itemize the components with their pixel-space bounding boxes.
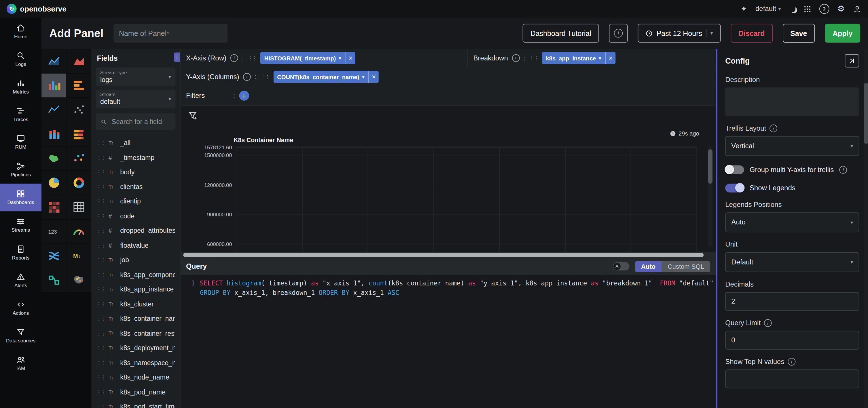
sidebar-item-logs[interactable]: Logs bbox=[0, 45, 41, 73]
field-item[interactable]: ⋮⋮Trclientas bbox=[91, 179, 180, 194]
chart-type-donut[interactable] bbox=[66, 171, 91, 195]
field-item[interactable]: ⋮⋮#code bbox=[91, 209, 180, 224]
save-button[interactable]: Save bbox=[782, 24, 815, 42]
settings-gear-icon[interactable]: ⚙ bbox=[837, 4, 845, 14]
field-item[interactable]: ⋮⋮Trk8s_deployment_na bbox=[91, 341, 180, 355]
panel-info-button[interactable]: i bbox=[609, 24, 627, 42]
field-item[interactable]: ⋮⋮Trk8s_container_nam bbox=[91, 311, 180, 326]
description-textarea[interactable] bbox=[725, 88, 859, 116]
chart-type-metric[interactable]: 123 bbox=[41, 219, 66, 243]
chart-type-area[interactable] bbox=[66, 49, 91, 73]
plot-area[interactable]: 1578121.601500000.001200000.00900000.006… bbox=[236, 146, 697, 251]
chart-type-multi-scatter[interactable] bbox=[66, 146, 91, 170]
trellis-layout-select[interactable]: Vertical ▾ bbox=[725, 136, 859, 156]
legends-positions-select[interactable]: Auto ▾ bbox=[725, 212, 859, 232]
field-search-input[interactable] bbox=[111, 117, 170, 126]
tab-auto[interactable]: Auto bbox=[635, 261, 662, 272]
chart-type-sankey[interactable] bbox=[41, 244, 66, 268]
chart-type-geo-map[interactable] bbox=[41, 146, 66, 170]
scrollbar-thumb[interactable] bbox=[183, 252, 704, 257]
chart-type-bar[interactable] bbox=[41, 74, 66, 98]
field-item[interactable]: ⋮⋮Trk8s_pod_start_time bbox=[91, 399, 180, 408]
decimals-input[interactable] bbox=[725, 292, 859, 311]
chart-type-h-stacked-bar[interactable] bbox=[66, 122, 91, 146]
help-icon[interactable]: ? bbox=[819, 4, 829, 14]
chart-type-line[interactable] bbox=[41, 98, 66, 122]
dashboard-tutorial-button[interactable]: Dashboard Tutorial bbox=[523, 24, 599, 42]
sql-editor[interactable]: 1SELECT histogram(_timestamp) as "x_axis… bbox=[181, 274, 716, 408]
apps-grid-icon[interactable] bbox=[804, 5, 811, 12]
config-scrollbar[interactable] bbox=[864, 48, 868, 408]
panel-name-input[interactable] bbox=[114, 24, 227, 42]
org-selector[interactable]: default ▾ bbox=[755, 5, 781, 13]
field-item[interactable]: ⋮⋮Trbody bbox=[91, 165, 180, 179]
sidebar-item-home[interactable]: Home bbox=[0, 18, 41, 45]
sidebar-item-actions[interactable]: Actions bbox=[0, 294, 41, 322]
breakdown-chip-remove[interactable]: × bbox=[605, 52, 616, 64]
theme-moon-icon[interactable] bbox=[789, 6, 795, 12]
field-item[interactable]: ⋮⋮#_timestamp bbox=[91, 150, 180, 165]
discard-button[interactable]: Discard bbox=[731, 24, 773, 42]
sidebar-item-alerts[interactable]: Alerts bbox=[0, 267, 41, 294]
group-multi-yaxis-toggle[interactable] bbox=[725, 165, 744, 174]
add-filter-button[interactable]: + bbox=[239, 91, 249, 101]
chart-type-flow[interactable] bbox=[41, 268, 66, 292]
y-axis-field-chip[interactable]: COUNT(k8s_container_name) ▾ bbox=[273, 70, 368, 82]
apply-button[interactable]: Apply bbox=[825, 24, 860, 42]
drag-handle-icon[interactable]: ⋮⋮ bbox=[248, 55, 257, 60]
field-item[interactable]: ⋮⋮Trjob bbox=[91, 252, 180, 267]
sidebar-item-data-sources[interactable]: Data sources bbox=[0, 322, 41, 349]
chart-horizontal-scrollbar[interactable] bbox=[181, 251, 716, 258]
query-limit-input[interactable] bbox=[725, 331, 859, 349]
field-item[interactable]: ⋮⋮Trk8s_container_resta bbox=[91, 326, 180, 341]
chart-type-h-bar[interactable] bbox=[66, 74, 91, 98]
chart-type-scatter[interactable] bbox=[66, 98, 91, 122]
field-item[interactable]: ⋮⋮Trclientip bbox=[91, 194, 180, 209]
chart-vertical-scrollbar[interactable] bbox=[708, 146, 712, 247]
time-range-button[interactable]: Past 12 Hours ▾ bbox=[638, 24, 720, 42]
sidebar-item-iam[interactable]: IAM bbox=[0, 349, 41, 377]
drag-handle-icon[interactable]: ⋮⋮ bbox=[260, 74, 270, 79]
function-toggle[interactable]: A bbox=[613, 262, 629, 270]
unit-select[interactable]: Default ▾ bbox=[725, 252, 859, 272]
sidebar-item-traces[interactable]: Traces bbox=[0, 101, 41, 128]
y-axis-chip-remove[interactable]: × bbox=[368, 70, 379, 82]
chart-type-pie[interactable] bbox=[41, 171, 66, 195]
sidebar-item-dashboards[interactable]: Dashboards bbox=[0, 183, 41, 211]
chart-type-heatmap[interactable] bbox=[41, 195, 66, 219]
field-item[interactable]: ⋮⋮#floatvalue bbox=[91, 238, 180, 253]
field-item[interactable]: ⋮⋮Trk8s_pod_name bbox=[91, 385, 180, 399]
field-item[interactable]: ⋮⋮Tr_all bbox=[91, 136, 180, 150]
breakdown-field-chip[interactable]: k8s_app_instance ▾ bbox=[542, 52, 605, 64]
scrollbar-thumb[interactable] bbox=[864, 83, 868, 144]
user-avatar-icon[interactable] bbox=[853, 5, 861, 13]
tab-custom-sql[interactable]: Custom SQL bbox=[661, 261, 710, 272]
chart-type-stacked-bar[interactable] bbox=[41, 122, 66, 146]
collapse-config-icon[interactable] bbox=[845, 54, 859, 67]
x-axis-chip-remove[interactable]: × bbox=[345, 52, 356, 64]
fields-drag-handle[interactable]: ⋮⋮ bbox=[174, 53, 181, 62]
sidebar-item-metrics[interactable]: Metrics bbox=[0, 73, 41, 101]
chart-type-geo-points[interactable] bbox=[66, 268, 91, 292]
chart-type-table[interactable] bbox=[66, 195, 91, 219]
ai-sparkle-icon[interactable]: ✦ bbox=[741, 4, 747, 13]
chart-type-area-line[interactable] bbox=[41, 49, 66, 73]
sidebar-item-reports[interactable]: Reports bbox=[0, 239, 41, 266]
field-item[interactable]: ⋮⋮Trk8s_node_name bbox=[91, 370, 180, 385]
top-n-input[interactable] bbox=[725, 369, 859, 388]
field-item[interactable]: ⋮⋮Trk8s_cluster bbox=[91, 297, 180, 311]
stream-select[interactable]: Stream default ▾ bbox=[96, 90, 176, 108]
field-item[interactable]: ⋮⋮#dropped_attributes_ bbox=[91, 224, 180, 238]
show-legends-toggle[interactable] bbox=[725, 183, 744, 193]
field-item[interactable]: ⋮⋮Trk8s_app_instance bbox=[91, 282, 180, 297]
brand[interactable]: ↻ openobserve bbox=[7, 4, 66, 14]
sidebar-item-streams[interactable]: Streams bbox=[0, 211, 41, 239]
drag-handle-icon[interactable]: ⋮⋮ bbox=[529, 55, 538, 60]
x-axis-field-chip[interactable]: HISTOGRAM(_timestamp) ▾ bbox=[260, 52, 345, 64]
sidebar-item-rum[interactable]: RUM bbox=[0, 128, 41, 156]
chart-type-gauge[interactable] bbox=[66, 219, 91, 243]
stream-type-select[interactable]: Stream Type logs ▾ bbox=[96, 68, 176, 86]
scrollbar-thumb[interactable] bbox=[708, 149, 712, 183]
field-item[interactable]: ⋮⋮Trk8s_namespace_na bbox=[91, 355, 180, 370]
chart-type-markdown[interactable]: M↓ bbox=[66, 244, 91, 268]
